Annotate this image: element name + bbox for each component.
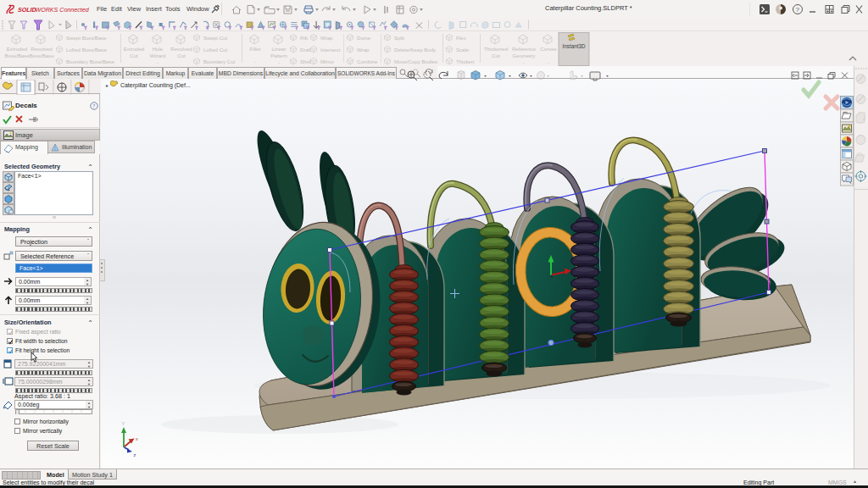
- svg-text:z: z: [134, 452, 136, 458]
- svg-text:Y: Y: [122, 421, 125, 426]
- svg-text:x: x: [136, 436, 138, 441]
